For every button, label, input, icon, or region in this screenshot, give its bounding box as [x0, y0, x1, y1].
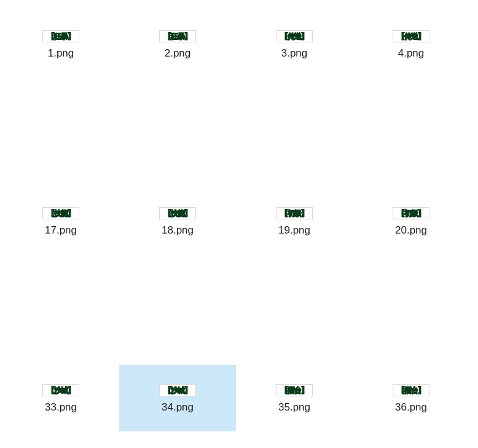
file-name: 1.png	[48, 47, 74, 60]
thumbnail-label: 【狂暴】	[47, 33, 74, 40]
thumbnail-label: 【技能】	[47, 210, 74, 217]
file-item[interactable]: 【擂台】36.png	[353, 365, 469, 431]
file-thumbnail: 【狂暴】	[159, 30, 196, 42]
file-thumbnail: 【擂台】	[393, 384, 429, 396]
file-item[interactable]: 【技能】18.png	[119, 188, 236, 254]
file-name: 34.png	[162, 401, 194, 414]
file-thumbnail: 【沙城】	[159, 384, 196, 396]
thumbnail-label: 【传送】	[281, 33, 308, 40]
file-thumbnail: 【擂台】	[276, 384, 313, 396]
file-item[interactable]: 【传送】3.png	[236, 11, 353, 77]
file-explorer-pane[interactable]: 【狂暴】1.png【狂暴】2.png【传送】3.png【传送】4.png【技能】…	[0, 0, 478, 448]
file-item[interactable]: 【狂暴】2.png	[119, 11, 236, 77]
thumbnail-label: 【狂暴】	[164, 33, 191, 40]
file-thumbnail: 【技能】	[159, 207, 196, 219]
file-thumbnail: 【传送】	[393, 30, 429, 42]
thumbnail-label: 【初级】	[398, 210, 425, 217]
file-thumbnail: 【初级】	[393, 207, 429, 219]
file-thumbnail: 【技能】	[42, 207, 79, 219]
file-thumbnail: 【狂暴】	[42, 30, 79, 42]
file-item[interactable]: 【初级】20.png	[353, 188, 469, 254]
thumbnail-label: 【传送】	[398, 33, 425, 40]
file-name: 4.png	[398, 47, 425, 60]
file-name: 33.png	[45, 401, 77, 414]
file-item[interactable]: 【传送】4.png	[353, 11, 469, 77]
thumbnail-label: 【擂台】	[281, 387, 308, 394]
file-item[interactable]: 【初级】19.png	[236, 188, 353, 254]
file-thumbnail: 【传送】	[276, 30, 313, 42]
file-name: 19.png	[278, 224, 310, 237]
thumbnail-label: 【初级】	[281, 210, 308, 217]
file-name: 2.png	[165, 47, 191, 60]
file-name: 17.png	[45, 224, 77, 237]
file-grid: 【狂暴】1.png【狂暴】2.png【传送】3.png【传送】4.png【技能】…	[2, 11, 478, 431]
file-item[interactable]: 【沙城】34.png	[119, 365, 236, 431]
thumbnail-label: 【沙城】	[47, 387, 74, 394]
thumbnail-label: 【技能】	[164, 210, 191, 217]
thumbnail-label: 【沙城】	[164, 387, 191, 394]
file-name: 20.png	[395, 224, 427, 237]
file-thumbnail: 【沙城】	[42, 384, 79, 396]
file-name: 36.png	[395, 401, 427, 414]
file-item[interactable]: 【技能】17.png	[2, 188, 119, 254]
file-item[interactable]: 【沙城】33.png	[2, 365, 119, 431]
thumbnail-label: 【擂台】	[398, 387, 425, 394]
file-name: 35.png	[278, 401, 310, 414]
file-thumbnail: 【初级】	[276, 207, 313, 219]
file-item[interactable]: 【狂暴】1.png	[2, 11, 119, 77]
file-name: 18.png	[162, 224, 194, 237]
file-name: 3.png	[281, 47, 308, 60]
file-item[interactable]: 【擂台】35.png	[236, 365, 353, 431]
